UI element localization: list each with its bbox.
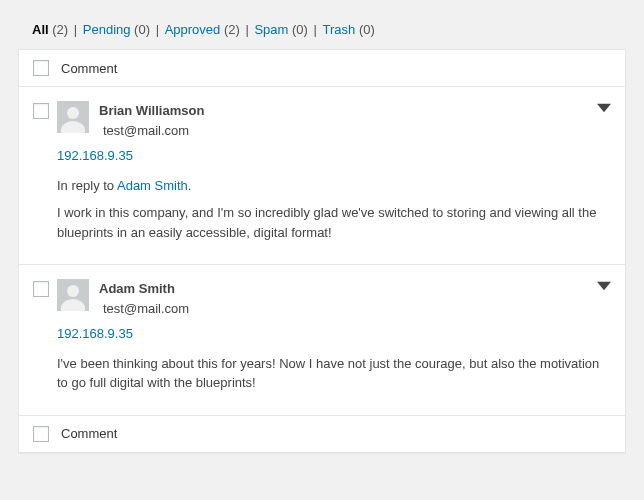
expand-toggle[interactable]	[597, 101, 611, 118]
ip-link[interactable]: 192.168.9.35	[57, 324, 133, 344]
in-reply-to: In reply to Adam Smith.	[57, 176, 611, 196]
filter-trash[interactable]: Trash (0)	[323, 22, 375, 37]
avatar	[57, 101, 89, 133]
separator: |	[72, 22, 83, 37]
separator: |	[154, 22, 165, 37]
filter-all[interactable]: All (2)	[32, 22, 68, 37]
separator: |	[312, 22, 323, 37]
avatar	[57, 279, 89, 311]
chevron-down-icon	[597, 101, 611, 115]
filter-pending[interactable]: Pending (0)	[83, 22, 150, 37]
table-row: Brian Williamson test@mail.com 192.168.9…	[19, 86, 625, 264]
table-header: Comment	[19, 50, 625, 86]
ip-link[interactable]: 192.168.9.35	[57, 146, 133, 166]
table-footer: Comment	[19, 415, 625, 452]
column-comment-label: Comment	[61, 61, 117, 76]
row-checkbox[interactable]	[33, 103, 49, 119]
comment-text: I've been thinking about this for years!…	[57, 354, 611, 393]
expand-toggle[interactable]	[597, 279, 611, 296]
separator: |	[243, 22, 254, 37]
comments-table: Comment Brian Williamson test@mail.com 1…	[18, 49, 626, 453]
author-name: Adam Smith	[99, 281, 175, 296]
comment-text: I work in this company, and I'm so incre…	[57, 203, 611, 242]
author-email: test@mail.com	[103, 299, 611, 319]
filter-tabs: All (2) | Pending (0) | Approved (2) | S…	[18, 10, 626, 49]
row-checkbox[interactable]	[33, 281, 49, 297]
column-comment-label: Comment	[61, 426, 117, 441]
table-row: Adam Smith test@mail.com 192.168.9.35 I'…	[19, 264, 625, 415]
chevron-down-icon	[597, 279, 611, 293]
reply-to-link[interactable]: Adam Smith	[117, 178, 188, 193]
author-name: Brian Williamson	[99, 103, 204, 118]
author-email: test@mail.com	[103, 121, 611, 141]
filter-spam[interactable]: Spam (0)	[254, 22, 307, 37]
select-all-checkbox-bottom[interactable]	[33, 426, 49, 442]
select-all-checkbox[interactable]	[33, 60, 49, 76]
filter-approved[interactable]: Approved (2)	[165, 22, 240, 37]
